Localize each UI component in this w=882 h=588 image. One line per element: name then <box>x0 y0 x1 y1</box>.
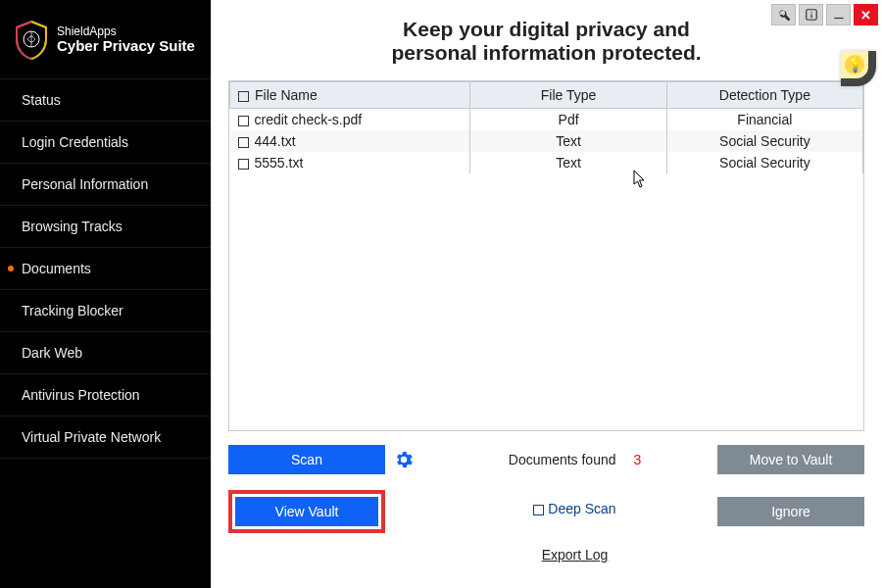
col-header-detection[interactable]: Detection Type <box>666 82 862 109</box>
sidebar-item-label: Login Credentials <box>22 134 128 150</box>
titlebar: ✕ <box>767 0 882 29</box>
select-all-checkbox[interactable] <box>238 91 249 102</box>
info-button[interactable] <box>799 4 823 25</box>
sidebar-item-label: Virtual Private Network <box>22 429 161 445</box>
logo-area: ShieldApps Cyber Privacy Suite <box>0 0 211 78</box>
table-row[interactable]: 5555.txtTextSocial Security <box>230 152 863 173</box>
brand-text: ShieldApps Cyber Privacy Suite <box>57 25 195 55</box>
sidebar: ShieldApps Cyber Privacy Suite Status Lo… <box>0 0 211 588</box>
table-header-row: File Name File Type Detection Type <box>230 82 863 109</box>
deep-scan-checkbox[interactable] <box>533 505 544 515</box>
export-log-link[interactable]: Export Log <box>440 547 710 563</box>
main-area: ✕ Keep your digital privacy and personal… <box>211 0 882 588</box>
bulb-icon: 💡 <box>845 55 864 74</box>
sidebar-item-label: Antivirus Protection <box>22 387 140 403</box>
sidebar-item-personal-information[interactable]: Personal Information <box>0 164 211 206</box>
cell-filename: 444.txt <box>255 133 296 149</box>
documents-found-label: Documents found <box>509 452 616 467</box>
move-to-vault-button[interactable]: Move to Vault <box>717 445 864 474</box>
documents-found: Documents found 3 <box>440 452 710 467</box>
scan-button[interactable]: Scan <box>228 445 385 474</box>
sidebar-item-label: Status <box>22 92 61 108</box>
sidebar-item-browsing-tracks[interactable]: Browsing Tracks <box>0 206 211 248</box>
view-vault-button[interactable]: View Vault <box>235 497 378 526</box>
sidebar-item-label: Personal Information <box>22 176 148 192</box>
sidebar-item-label: Documents <box>22 261 91 276</box>
sidebar-item-label: Dark Web <box>22 345 82 361</box>
row-checkbox[interactable] <box>238 116 249 126</box>
svg-rect-3 <box>810 14 811 18</box>
sidebar-item-status[interactable]: Status <box>0 79 211 122</box>
cell-filetype: Text <box>470 152 666 173</box>
sidebar-item-label: Browsing Tracks <box>22 219 122 234</box>
col-header-filetype[interactable]: File Type <box>470 82 666 109</box>
row-checkbox[interactable] <box>238 159 249 170</box>
cell-filetype: Pdf <box>470 109 666 131</box>
sidebar-item-tracking-blocker[interactable]: Tracking Blocker <box>0 290 211 332</box>
sidebar-item-login-credentials[interactable]: Login Credentials <box>0 122 211 164</box>
row-checkbox[interactable] <box>238 137 249 148</box>
cell-filename: 5555.txt <box>255 155 304 171</box>
cell-filename: credit check-s.pdf <box>255 112 363 127</box>
table-row[interactable]: credit check-s.pdfPdfFinancial <box>230 109 863 131</box>
svg-rect-4 <box>834 18 843 19</box>
view-vault-highlight: View Vault <box>228 490 385 533</box>
close-button[interactable]: ✕ <box>854 4 878 25</box>
sidebar-nav: Status Login Credentials Personal Inform… <box>0 78 211 459</box>
svg-rect-2 <box>810 12 811 13</box>
headline-line2: personal information protected. <box>250 41 843 65</box>
results-table-wrap: File Name File Type Detection Type credi… <box>228 80 864 431</box>
deep-scan-toggle[interactable]: Deep Scan <box>440 501 710 516</box>
col-header-filename[interactable]: File Name <box>230 82 470 109</box>
headline-line1: Keep your digital privacy and <box>250 18 843 41</box>
ignore-button[interactable]: Ignore <box>717 497 864 526</box>
scan-settings-button[interactable] <box>393 449 415 470</box>
results-table: File Name File Type Detection Type credi… <box>229 81 863 173</box>
table-row[interactable]: 444.txtTextSocial Security <box>230 130 863 152</box>
sidebar-item-dark-web[interactable]: Dark Web <box>0 332 211 374</box>
actions-bar: Scan Documents found 3 Move to Vault Vie… <box>228 431 864 563</box>
documents-found-count: 3 <box>633 452 641 467</box>
deep-scan-label: Deep Scan <box>548 501 615 516</box>
sidebar-item-antivirus-protection[interactable]: Antivirus Protection <box>0 374 211 416</box>
brand-line2: Cyber Privacy Suite <box>57 38 195 55</box>
sidebar-item-vpn[interactable]: Virtual Private Network <box>0 416 211 459</box>
cell-detection: Financial <box>666 109 862 131</box>
sidebar-item-label: Tracking Blocker <box>22 303 123 318</box>
cell-filetype: Text <box>470 130 666 152</box>
minimize-button[interactable] <box>826 4 851 25</box>
cell-detection: Social Security <box>666 130 862 152</box>
cell-detection: Social Security <box>666 152 862 173</box>
tools-button[interactable] <box>771 4 796 25</box>
content-area: File Name File Type Detection Type credi… <box>211 80 882 588</box>
shield-logo-icon <box>14 20 49 61</box>
sidebar-item-documents[interactable]: Documents <box>0 248 211 290</box>
